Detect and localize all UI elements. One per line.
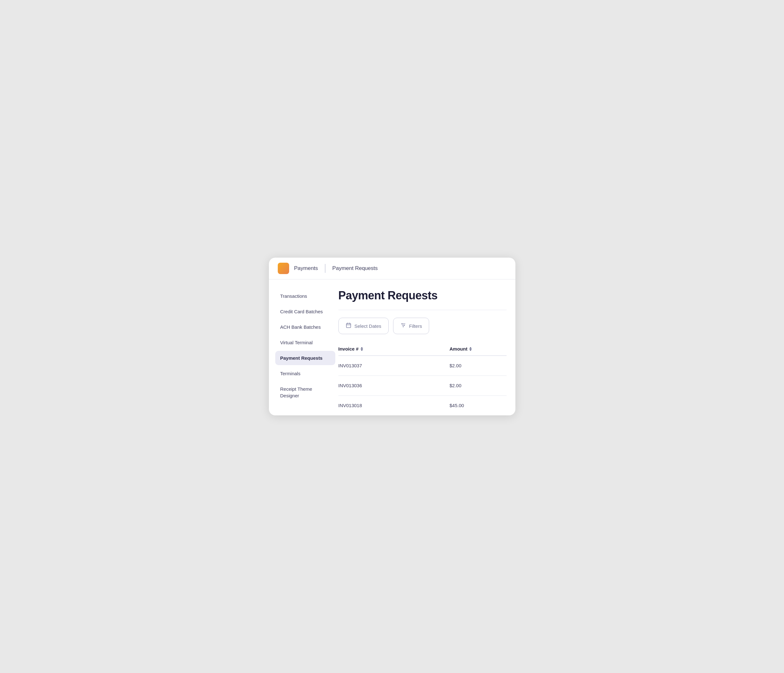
invoice-column-header[interactable]: Invoice # — [338, 346, 450, 352]
sort-down-icon — [469, 349, 472, 351]
sidebar-item-receipt-theme-designer[interactable]: Receipt Theme Designer — [275, 382, 335, 403]
main-card: Payments Payment Requests Transactions C… — [269, 258, 515, 416]
table-row[interactable]: INV013018 $45.00 — [338, 396, 507, 415]
calendar-icon — [346, 322, 352, 329]
sort-up-icon — [361, 347, 363, 349]
filter-icon — [400, 322, 406, 329]
app-logo — [278, 263, 289, 274]
filters-label: Filters — [409, 323, 422, 329]
amount-value: $45.00 — [450, 403, 464, 408]
invoice-sort-icon[interactable] — [361, 347, 363, 351]
amount-value: $2.00 — [450, 363, 462, 368]
content-area: Payment Requests Select Dates — [335, 279, 515, 416]
sort-down-icon — [361, 349, 363, 351]
sidebar-item-virtual-terminal[interactable]: Virtual Terminal — [275, 335, 335, 350]
svg-point-7 — [401, 323, 402, 324]
data-table: Invoice # Amount — [338, 343, 507, 415]
filter-row: Select Dates Filters — [338, 318, 507, 334]
sidebar-item-transactions[interactable]: Transactions — [275, 289, 335, 303]
invoice-value: INV013018 — [338, 403, 362, 408]
nav-divider — [325, 264, 325, 273]
top-nav: Payments Payment Requests — [269, 258, 515, 279]
sidebar-item-terminals[interactable]: Terminals — [275, 366, 335, 381]
svg-point-8 — [404, 325, 405, 326]
nav-section-label: Payment Requests — [333, 265, 378, 271]
amount-value: $2.00 — [450, 383, 462, 388]
table-header: Invoice # Amount — [338, 343, 507, 356]
amount-column-header[interactable]: Amount — [450, 346, 507, 352]
filters-button[interactable]: Filters — [393, 318, 429, 334]
section-divider — [338, 310, 507, 310]
sidebar-item-payment-requests[interactable]: Payment Requests — [275, 351, 335, 365]
sort-up-icon — [469, 347, 472, 349]
sidebar-item-credit-card-batches[interactable]: Credit Card Batches — [275, 304, 335, 319]
svg-rect-0 — [346, 323, 351, 328]
sidebar-item-ach-bank-batches[interactable]: ACH Bank Batches — [275, 320, 335, 334]
select-dates-label: Select Dates — [355, 323, 381, 329]
svg-point-9 — [403, 326, 403, 327]
page-title: Payment Requests — [338, 289, 507, 302]
table-row[interactable]: INV013036 $2.00 — [338, 376, 507, 396]
nav-payments-label: Payments — [294, 265, 318, 271]
invoice-value: INV013037 — [338, 363, 362, 368]
invoice-value: INV013036 — [338, 383, 362, 388]
main-layout: Transactions Credit Card Batches ACH Ban… — [269, 279, 515, 416]
select-dates-button[interactable]: Select Dates — [338, 318, 389, 334]
table-row[interactable]: INV013037 $2.00 — [338, 356, 507, 376]
amount-sort-icon[interactable] — [469, 347, 472, 351]
sidebar: Transactions Credit Card Batches ACH Ban… — [269, 279, 335, 416]
